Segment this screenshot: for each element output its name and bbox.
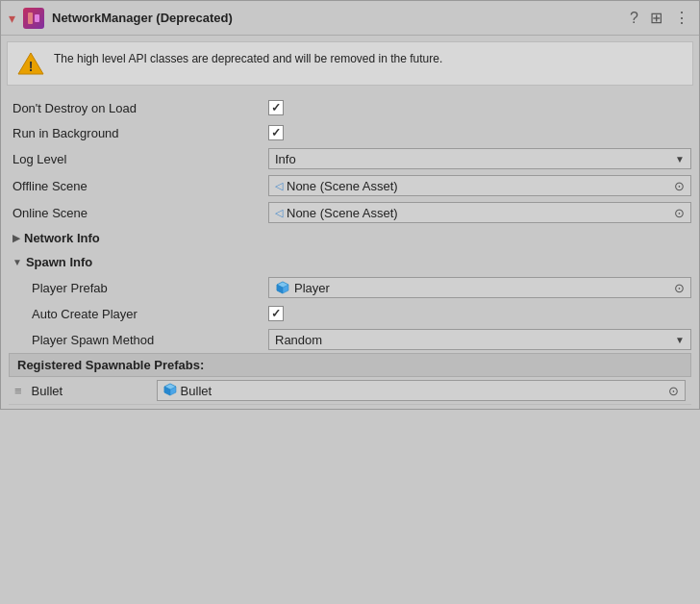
- online-scene-row: Online Scene ◁ None (Scene Asset) ⊙: [9, 199, 691, 226]
- player-prefab-row: Player Prefab Player ⊙: [9, 274, 691, 301]
- dont-destroy-row: Don't Destroy on Load: [9, 95, 691, 120]
- offline-scene-icon: ◁: [275, 180, 283, 192]
- warning-icon: !: [17, 50, 44, 77]
- warning-banner: ! The high level API classes are depreca…: [7, 41, 693, 86]
- auto-create-player-row: Auto Create Player: [9, 301, 691, 326]
- inspector: Don't Destroy on Load Run in Background …: [1, 91, 699, 409]
- player-prefab-label: Player Prefab: [9, 281, 268, 295]
- title-bar: ▾ NetworkManager (Deprecated) ? ⊞ ⋮: [1, 1, 699, 36]
- player-spawn-method-arrow-icon: ▼: [675, 335, 685, 345]
- spawnable-header: Registered Spawnable Prefabs:: [9, 353, 691, 377]
- auto-create-player-label: Auto Create Player: [9, 307, 268, 321]
- network-info-section[interactable]: ▶ Network Info: [9, 226, 691, 250]
- player-spawn-method-dropdown[interactable]: Random ▼: [268, 329, 691, 350]
- window: ▾ NetworkManager (Deprecated) ? ⊞ ⋮ ! Th…: [0, 0, 700, 410]
- spawn-info-section[interactable]: ▼ Spawn Info: [9, 250, 691, 274]
- spawnable-item-field[interactable]: Bullet ⊙: [157, 380, 686, 401]
- player-prefab-field[interactable]: Player ⊙: [268, 277, 691, 298]
- offline-scene-field[interactable]: ◁ None (Scene Asset) ⊙: [268, 175, 691, 196]
- player-spawn-method-value: Random ▼: [268, 329, 691, 350]
- component-icon: [23, 8, 44, 29]
- auto-create-player-checkbox[interactable]: [268, 306, 284, 321]
- log-level-dropdown[interactable]: Info ▼: [268, 148, 691, 169]
- network-info-arrow-icon: ▶: [12, 233, 20, 243]
- log-level-label: Log Level: [9, 152, 268, 166]
- menu-button[interactable]: ⋮: [672, 7, 691, 29]
- player-prefab-value: Player ⊙: [268, 277, 691, 298]
- player-prefab-cube-icon: [275, 280, 290, 295]
- player-prefab-target-icon[interactable]: ⊙: [674, 281, 685, 295]
- online-scene-icon: ◁: [275, 207, 283, 219]
- collapse-arrow-icon[interactable]: ▾: [9, 11, 15, 26]
- log-level-row: Log Level Info ▼: [9, 145, 691, 172]
- offline-scene-label: Offline Scene: [9, 179, 268, 193]
- offline-scene-value: ◁ None (Scene Asset) ⊙: [268, 175, 691, 196]
- dont-destroy-value: [268, 100, 691, 115]
- spawnable-item-label: Bullet: [32, 384, 157, 398]
- help-button[interactable]: ?: [628, 8, 640, 29]
- spawnable-item-value: Bullet: [181, 384, 668, 398]
- online-scene-target-icon[interactable]: ⊙: [674, 206, 685, 220]
- online-scene-value: ◁ None (Scene Asset) ⊙: [268, 202, 691, 223]
- svg-rect-0: [28, 13, 33, 24]
- drag-handle-icon[interactable]: ≡: [14, 384, 22, 398]
- player-spawn-method-row: Player Spawn Method Random ▼: [9, 326, 691, 353]
- player-spawn-method-label: Player Spawn Method: [9, 333, 268, 347]
- online-scene-field[interactable]: ◁ None (Scene Asset) ⊙: [268, 202, 691, 223]
- online-scene-text: None (Scene Asset): [287, 206, 674, 220]
- run-in-background-value: [268, 125, 691, 140]
- online-scene-label: Online Scene: [9, 206, 268, 220]
- offline-scene-row: Offline Scene ◁ None (Scene Asset) ⊙: [9, 172, 691, 199]
- icon-svg: [26, 11, 41, 26]
- spawn-info-label: Spawn Info: [26, 255, 92, 269]
- auto-create-player-value: [268, 306, 691, 321]
- svg-text:!: !: [29, 59, 34, 74]
- offline-scene-text: None (Scene Asset): [287, 179, 674, 193]
- player-spawn-method-text: Random: [275, 333, 675, 347]
- offline-scene-target-icon[interactable]: ⊙: [674, 179, 685, 193]
- spawn-info-arrow-icon: ▼: [12, 257, 22, 267]
- settings-button[interactable]: ⊞: [648, 7, 664, 29]
- spawnable-cube-icon: [163, 383, 177, 399]
- player-prefab-text: Player: [294, 281, 674, 295]
- dont-destroy-label: Don't Destroy on Load: [9, 101, 268, 115]
- spawnable-item-row: ≡ Bullet Bullet ⊙: [9, 377, 691, 405]
- title-bar-actions: ? ⊞ ⋮: [628, 7, 691, 29]
- spawnable-item-target-icon[interactable]: ⊙: [668, 384, 679, 398]
- run-in-background-checkbox[interactable]: [268, 125, 284, 140]
- spawn-info-content: Player Prefab Player ⊙: [9, 274, 691, 405]
- warning-text: The high level API classes are deprecate…: [54, 50, 442, 67]
- log-level-arrow-icon: ▼: [675, 154, 685, 164]
- network-info-label: Network Info: [24, 231, 100, 245]
- log-level-value: Info ▼: [268, 148, 691, 169]
- warning-triangle-svg: !: [17, 51, 44, 76]
- svg-rect-1: [35, 14, 39, 22]
- run-in-background-label: Run in Background: [9, 126, 268, 140]
- log-level-text: Info: [275, 152, 675, 166]
- window-title: NetworkManager (Deprecated): [52, 11, 620, 25]
- run-in-background-row: Run in Background: [9, 120, 691, 145]
- dont-destroy-checkbox[interactable]: [268, 100, 284, 115]
